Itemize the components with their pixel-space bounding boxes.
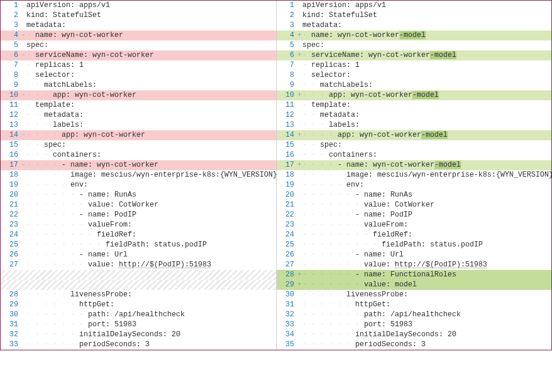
code-content: · · · containers: [26,150,276,160]
code-content: kind: StatefulSet [303,11,553,21]
line-number: 7 [277,60,297,70]
line-number: 19 [1,180,21,190]
code-content: apiVersion: apps/v1 [303,1,553,11]
line-number: 2 [277,11,297,21]
diff-line: 24· · · · · · · · fieldRef: [1,230,276,240]
diff-line: 9· · matchLabels: [1,80,276,90]
code-content: · template: [26,100,276,110]
code-content: · · · · · · · value: http://$(PodIP):519… [26,260,276,270]
code-content: · · · · · · · · · fieldPath: status.podI… [303,240,553,250]
line-number: 15 [277,140,297,150]
diff-line: 12· · metadata: [1,110,276,120]
line-number: 17 [277,160,297,170]
code-content: spec: [303,40,553,50]
code-content: · · · labels: [303,120,553,130]
line-number: 8 [1,70,21,80]
code-content: · · · · · · · · fieldRef: [26,230,276,240]
diff-line: 10-· · · app: wyn-cot-worker [1,90,276,100]
line-number: 29 [1,300,21,310]
line-number: 4 [1,31,21,40]
code-content: · · · · · · · · fieldRef: [303,230,553,240]
diff-line: 31· · · · · · · port: 51983 [1,320,276,330]
code-content: · · · app: wyn-cot-worker [26,90,276,100]
code-content: · · · · · · · port: 51983 [26,320,276,330]
code-content: · · · · · · · path: /api/healthcheck [303,310,553,320]
code-content: · · · · · · · value: http://$(PodIP):519… [303,260,553,270]
line-number: 25 [277,240,297,250]
line-number: 2 [1,11,21,21]
line-number: 19 [277,180,297,190]
line-number: 33 [1,340,21,350]
line-number: 30 [1,310,21,320]
diff-line: 32· · · · · · · path: /api/healthcheck [277,310,553,320]
line-number: 33 [277,320,297,330]
code-content: metadata: [303,21,553,31]
diff-line: 15· · spec: [277,140,553,150]
code-content: · · · · · · · valueFrom: [303,220,553,230]
line-number: 24 [277,230,297,240]
line-number: 6 [1,50,21,60]
line-number: 18 [277,170,297,180]
code-content: · · · · · · - name: FunctionalRoles [303,270,553,280]
diff-line: 34· · · · · · initialDelaySeconds: 20 [277,330,553,340]
code-content: · · · · app: wyn-cot-worker [26,130,276,140]
diff-line: 18· · · · · image: mescius/wyn-enterpris… [277,170,553,180]
change-sign: + [297,31,303,40]
line-number: 24 [1,230,21,240]
code-content: · · · · · env: [26,180,276,190]
diff-line: 21· · · · · · · value: CotWorker [1,200,276,210]
line-number: 31 [1,320,21,330]
diff-line: 4-· name: wyn-cot-worker [1,31,276,40]
code-content: · · · · · env: [303,180,553,190]
code-content: · · · · - name: wyn-cot-worker-model [303,160,553,170]
code-content: · · · · · livenessProbe: [303,290,553,300]
line-number: 25 [1,240,21,250]
code-content: · · metadata: [303,110,553,120]
code-content: · serviceName: wyn-cot-worker-model [303,50,553,60]
diff-line: 17+· · · · - name: wyn-cot-worker-model [277,160,553,170]
diff-line: 6-· serviceName: wyn-cot-worker [1,50,276,60]
code-content: spec: [26,40,276,50]
line-number: 31 [277,300,297,310]
line-number: 28 [1,290,21,300]
code-content: · · · · app: wyn-cot-worker-model [303,130,553,140]
code-content: · · spec: [26,140,276,150]
line-number: 20 [277,190,297,200]
line-number: 10 [1,90,21,100]
code-content: metadata: [26,21,276,31]
diff-line: 22· · · · · · - name: PodIP [1,210,276,220]
diff-viewer: 1apiVersion: apps/v12kind: StatefulSet3m… [1,1,552,350]
diff-line: 14+· · · · app: wyn-cot-worker-model [277,130,553,140]
line-number: 1 [1,1,21,11]
line-number: 28 [277,270,297,280]
change-sign: + [297,130,303,140]
diff-pane-left: 1apiVersion: apps/v12kind: StatefulSet3m… [1,1,277,350]
line-number: 1 [277,1,297,11]
line-number: 4 [277,31,297,40]
change-sign: + [297,280,303,290]
line-number: 11 [1,100,21,110]
code-content: · · · · · · - name: RunAs [303,190,553,200]
line-number: 16 [1,150,21,160]
diff-line: 21· · · · · · · value: CotWorker [277,200,553,210]
diff-line: 28+· · · · · · - name: FunctionalRoles [277,270,553,280]
code-content: · · · · · · · value: CotWorker [26,200,276,210]
diff-line: 11· template: [1,100,276,110]
line-number: 13 [277,120,297,130]
diff-line: 29· · · · · · httpGet: [1,300,276,310]
code-content: · · · containers: [303,150,553,160]
diff-line: 15· · spec: [1,140,276,150]
diff-line: 27· · · · · · · value: http://$(PodIP):5… [277,260,553,270]
code-content: · serviceName: wyn-cot-worker [26,50,276,60]
diff-line: 33· · · · · · · port: 51983 [277,320,553,330]
line-number: 15 [1,140,21,150]
line-number: 20 [1,190,21,200]
code-content: · · · · · image: mescius/wyn-enterprise-… [26,170,276,180]
diff-line: 5spec: [1,40,276,50]
code-content: · name: wyn-cot-worker [26,31,276,40]
diff-line: 30· · · · · livenessProbe: [277,290,553,300]
diff-line: 3metadata: [277,21,553,31]
code-content: · · · · · · · value: model [303,280,553,290]
line-number: 14 [1,130,21,140]
diff-line: 19· · · · · env: [277,180,553,190]
